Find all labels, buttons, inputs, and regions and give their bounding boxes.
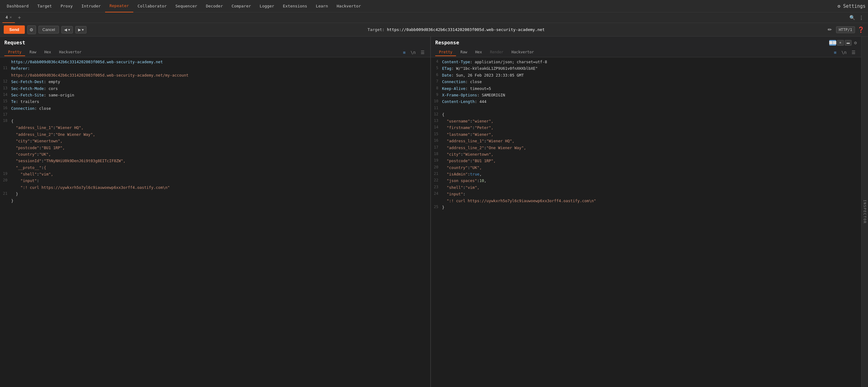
line-number xyxy=(0,125,11,125)
response-tab-pretty[interactable]: Pretty xyxy=(435,49,456,56)
line-number: 5 xyxy=(431,65,442,70)
tab-add-button[interactable]: + xyxy=(15,14,24,21)
line-content: "country":"UK", xyxy=(11,151,430,157)
code-line: 18{ xyxy=(0,118,430,124)
response-tab-render[interactable]: Render xyxy=(486,49,507,56)
line-number: 14 xyxy=(0,92,11,97)
line-content: "__proto__":{ xyxy=(11,165,430,171)
code-line: } xyxy=(0,198,430,204)
nav-intruder[interactable]: Intruder xyxy=(77,0,105,12)
cancel-button[interactable]: Cancel xyxy=(38,26,59,33)
line-content: "address_line_2":"One Wiener Way", xyxy=(442,145,861,151)
line-number: 24 xyxy=(431,191,442,196)
code-line: 21 "isAdmin":true, xyxy=(431,171,861,177)
response-tab-raw[interactable]: Raw xyxy=(457,49,471,56)
line-content: } xyxy=(11,198,430,204)
code-line: 25} xyxy=(431,204,861,211)
nav-settings[interactable]: ⚙ Settings xyxy=(838,3,866,9)
view-single-button[interactable]: ▬ xyxy=(845,40,851,46)
line-content: "address_line_2":"One Wiener Way", xyxy=(11,131,430,138)
code-line: 5ETag: W/"1bc-kVleakGL1ZP9U61v0fnXHXblbX… xyxy=(431,65,861,71)
line-content: "shell":"vim", xyxy=(11,171,430,177)
line-number: 19 xyxy=(0,171,11,176)
code-line: 12Sec-Fetch-Dest: empty xyxy=(0,79,430,85)
line-number: 17 xyxy=(0,112,11,117)
view-split-button[interactable]: ⬜⬜ xyxy=(829,40,836,46)
tab-label: 4 xyxy=(6,15,8,20)
request-panel: Request Pretty Raw Hex Hackvertor ≡ \n ☰… xyxy=(0,37,431,387)
nav-dashboard[interactable]: Dashboard xyxy=(2,0,33,12)
line-number: 8 xyxy=(431,86,442,90)
tab-close-icon[interactable]: ✕ xyxy=(10,15,12,19)
nav-hackvertor[interactable]: Hackvertor xyxy=(332,0,365,12)
nav-sequencer[interactable]: Sequencer xyxy=(171,0,202,12)
code-line: 20 "country":"UK", xyxy=(431,165,861,171)
code-line: ":! curl https://uywkxrh5o7yl6c9iauwoewp… xyxy=(431,198,861,204)
nav-repeater[interactable]: Repeater xyxy=(105,0,133,12)
response-tab-hex[interactable]: Hex xyxy=(471,49,486,56)
line-content: Sec-Fetch-Site: same-origin xyxy=(11,92,430,98)
code-line: "sessionId":"ThNyNHiU0k9DenJ6i9t03g8EITc… xyxy=(0,157,430,164)
toolbar: Send ⚙ Cancel ◀ ▾ ▶ ▾ Target: https://0a… xyxy=(0,23,868,37)
view-horizontal-button[interactable]: ≡ xyxy=(837,40,844,46)
line-content: ":! curl https://uywkxrh5o7yl6c9iauwoewp… xyxy=(11,184,430,190)
settings-icon[interactable]: ⚙ Settings xyxy=(838,3,866,9)
main-area: Request Pretty Raw Hex Hackvertor ≡ \n ☰… xyxy=(0,37,868,387)
request-menu-icon[interactable]: ☰ xyxy=(420,49,426,56)
nav-learn[interactable]: Learn xyxy=(312,0,332,12)
line-number xyxy=(0,72,11,72)
response-code-area[interactable]: 4Content-Type: application/json; charset… xyxy=(431,57,861,387)
code-line: https://0abb009d036c42b6c3314202003f005d… xyxy=(0,59,430,65)
http-version-badge[interactable]: HTTP/1 xyxy=(836,26,855,33)
send-button[interactable]: Send xyxy=(4,25,25,34)
code-line: 20 "input": xyxy=(0,177,430,184)
help-button[interactable]: ❓ xyxy=(858,26,864,33)
nav-extensions[interactable]: Extensions xyxy=(279,0,312,12)
line-content: Keep-Alive: timeout=5 xyxy=(442,86,861,91)
nav-collaborator[interactable]: Collaborator xyxy=(133,0,171,12)
line-content: "sessionId":"ThNyNHiU0k9DenJ6i9t03g8EITc… xyxy=(11,158,430,164)
nav-proxy[interactable]: Proxy xyxy=(56,0,77,12)
request-tab-hex[interactable]: Hex xyxy=(41,49,55,56)
line-number xyxy=(0,158,11,158)
request-wrap-icon[interactable]: \n xyxy=(409,49,417,56)
nav-next-button[interactable]: ▶ ▾ xyxy=(75,26,87,33)
request-tab-pretty[interactable]: Pretty xyxy=(4,49,25,56)
repeater-tab-4[interactable]: 4 ✕ xyxy=(2,12,15,23)
response-format-icon[interactable]: ≡ xyxy=(833,49,838,56)
code-line: 4Content-Type: application/json; charset… xyxy=(431,59,861,65)
tab-search-icon[interactable]: 🔍 xyxy=(847,15,857,21)
nav-prev-button[interactable]: ◀ ▾ xyxy=(61,26,72,33)
code-line: 19 "shell":"vim", xyxy=(0,171,430,177)
line-number: 13 xyxy=(0,86,11,90)
line-content: "country":"UK", xyxy=(442,165,861,171)
line-content: "isAdmin":true, xyxy=(442,171,861,177)
code-line: 24 "input": xyxy=(431,191,861,197)
response-wrap-icon[interactable]: \n xyxy=(840,49,848,56)
response-menu-icon[interactable]: ☰ xyxy=(850,49,857,56)
line-content: "postcode":"BU1 1RP", xyxy=(11,145,430,151)
line-number: 20 xyxy=(431,165,442,169)
inspector-sidebar[interactable]: INSPECTOR xyxy=(861,37,868,387)
gear-button[interactable]: ⚙ xyxy=(27,25,36,34)
response-panel: Response ⬜⬜ ≡ ▬ ⚙ Pretty Raw Hex Render … xyxy=(431,37,861,387)
nav-decoder[interactable]: Decoder xyxy=(202,0,227,12)
request-tab-raw[interactable]: Raw xyxy=(26,49,40,56)
request-code-area[interactable]: https://0abb009d036c42b6c3314202003f005d… xyxy=(0,57,430,387)
response-header-row: Response ⬜⬜ ≡ ▬ ⚙ xyxy=(431,37,861,48)
edit-target-button[interactable]: ✏ xyxy=(826,27,834,33)
line-content: Date: Sun, 26 Feb 2023 23:33:05 GMT xyxy=(442,72,861,78)
response-settings-icon[interactable]: ⚙ xyxy=(854,40,857,46)
code-line: 17 "address_line_2":"One Wiener Way", xyxy=(431,145,861,151)
request-tab-hackvertor[interactable]: Hackvertor xyxy=(56,49,85,56)
nav-target[interactable]: Target xyxy=(33,0,56,12)
tab-more-icon[interactable]: ⋮ xyxy=(857,15,866,21)
line-number: 13 xyxy=(431,118,442,123)
response-tab-hackvertor[interactable]: Hackvertor xyxy=(508,49,537,56)
line-content: "lastname":"Wiener", xyxy=(442,131,861,138)
code-line: "address_line_1":"Wiener HQ", xyxy=(0,124,430,131)
request-format-icon[interactable]: ≡ xyxy=(402,49,407,56)
nav-logger[interactable]: Logger xyxy=(255,0,279,12)
nav-comparer[interactable]: Comparer xyxy=(227,0,255,12)
code-line: 11Referer: xyxy=(0,65,430,71)
